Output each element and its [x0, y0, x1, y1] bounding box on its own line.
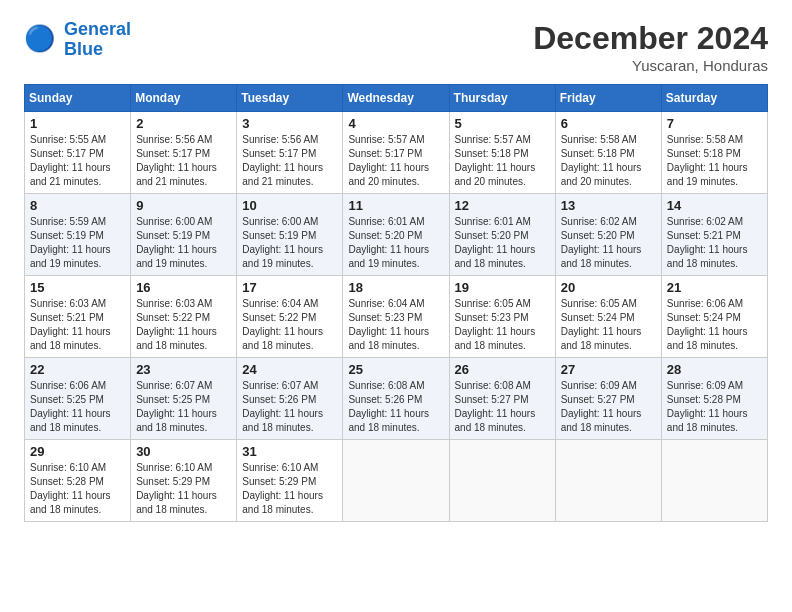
day-info: Sunrise: 6:10 AM Sunset: 5:29 PM Dayligh… — [242, 461, 337, 517]
calendar-cell: 26Sunrise: 6:08 AM Sunset: 5:27 PM Dayli… — [449, 358, 555, 440]
day-info: Sunrise: 6:00 AM Sunset: 5:19 PM Dayligh… — [242, 215, 337, 271]
calendar-cell: 7Sunrise: 5:58 AM Sunset: 5:18 PM Daylig… — [661, 112, 767, 194]
day-info: Sunrise: 6:04 AM Sunset: 5:22 PM Dayligh… — [242, 297, 337, 353]
day-info: Sunrise: 5:57 AM Sunset: 5:17 PM Dayligh… — [348, 133, 443, 189]
day-info: Sunrise: 6:10 AM Sunset: 5:28 PM Dayligh… — [30, 461, 125, 517]
day-info: Sunrise: 6:01 AM Sunset: 5:20 PM Dayligh… — [455, 215, 550, 271]
day-number: 30 — [136, 444, 231, 459]
day-info: Sunrise: 6:05 AM Sunset: 5:24 PM Dayligh… — [561, 297, 656, 353]
calendar-cell: 4Sunrise: 5:57 AM Sunset: 5:17 PM Daylig… — [343, 112, 449, 194]
day-number: 14 — [667, 198, 762, 213]
day-number: 8 — [30, 198, 125, 213]
day-info: Sunrise: 6:02 AM Sunset: 5:21 PM Dayligh… — [667, 215, 762, 271]
day-info: Sunrise: 6:06 AM Sunset: 5:25 PM Dayligh… — [30, 379, 125, 435]
calendar-week-row: 1Sunrise: 5:55 AM Sunset: 5:17 PM Daylig… — [25, 112, 768, 194]
day-info: Sunrise: 6:00 AM Sunset: 5:19 PM Dayligh… — [136, 215, 231, 271]
day-number: 6 — [561, 116, 656, 131]
day-number: 21 — [667, 280, 762, 295]
calendar-cell: 15Sunrise: 6:03 AM Sunset: 5:21 PM Dayli… — [25, 276, 131, 358]
calendar-cell: 18Sunrise: 6:04 AM Sunset: 5:23 PM Dayli… — [343, 276, 449, 358]
calendar-cell: 10Sunrise: 6:00 AM Sunset: 5:19 PM Dayli… — [237, 194, 343, 276]
day-info: Sunrise: 6:02 AM Sunset: 5:20 PM Dayligh… — [561, 215, 656, 271]
day-info: Sunrise: 5:58 AM Sunset: 5:18 PM Dayligh… — [561, 133, 656, 189]
day-info: Sunrise: 5:56 AM Sunset: 5:17 PM Dayligh… — [136, 133, 231, 189]
day-info: Sunrise: 6:10 AM Sunset: 5:29 PM Dayligh… — [136, 461, 231, 517]
day-info: Sunrise: 6:07 AM Sunset: 5:26 PM Dayligh… — [242, 379, 337, 435]
calendar-cell: 13Sunrise: 6:02 AM Sunset: 5:20 PM Dayli… — [555, 194, 661, 276]
logo: 🔵 GeneralBlue — [24, 20, 131, 60]
day-info: Sunrise: 5:55 AM Sunset: 5:17 PM Dayligh… — [30, 133, 125, 189]
day-number: 24 — [242, 362, 337, 377]
calendar-cell: 31Sunrise: 6:10 AM Sunset: 5:29 PM Dayli… — [237, 440, 343, 522]
calendar-cell: 24Sunrise: 6:07 AM Sunset: 5:26 PM Dayli… — [237, 358, 343, 440]
calendar-cell: 1Sunrise: 5:55 AM Sunset: 5:17 PM Daylig… — [25, 112, 131, 194]
calendar-cell: 11Sunrise: 6:01 AM Sunset: 5:20 PM Dayli… — [343, 194, 449, 276]
day-info: Sunrise: 6:06 AM Sunset: 5:24 PM Dayligh… — [667, 297, 762, 353]
calendar-cell: 23Sunrise: 6:07 AM Sunset: 5:25 PM Dayli… — [131, 358, 237, 440]
day-number: 20 — [561, 280, 656, 295]
calendar-cell: 20Sunrise: 6:05 AM Sunset: 5:24 PM Dayli… — [555, 276, 661, 358]
day-number: 2 — [136, 116, 231, 131]
calendar-cell: 8Sunrise: 5:59 AM Sunset: 5:19 PM Daylig… — [25, 194, 131, 276]
calendar-header-row: SundayMondayTuesdayWednesdayThursdayFrid… — [25, 85, 768, 112]
svg-text:🔵: 🔵 — [24, 23, 56, 54]
day-of-week-header: Saturday — [661, 85, 767, 112]
logo-text: GeneralBlue — [64, 20, 131, 60]
day-of-week-header: Tuesday — [237, 85, 343, 112]
calendar-cell: 27Sunrise: 6:09 AM Sunset: 5:27 PM Dayli… — [555, 358, 661, 440]
day-number: 5 — [455, 116, 550, 131]
day-info: Sunrise: 5:57 AM Sunset: 5:18 PM Dayligh… — [455, 133, 550, 189]
day-number: 18 — [348, 280, 443, 295]
calendar-cell: 6Sunrise: 5:58 AM Sunset: 5:18 PM Daylig… — [555, 112, 661, 194]
page-header: 🔵 GeneralBlue December 2024 Yuscaran, Ho… — [24, 20, 768, 74]
calendar-week-row: 15Sunrise: 6:03 AM Sunset: 5:21 PM Dayli… — [25, 276, 768, 358]
day-number: 11 — [348, 198, 443, 213]
day-number: 15 — [30, 280, 125, 295]
calendar-cell: 12Sunrise: 6:01 AM Sunset: 5:20 PM Dayli… — [449, 194, 555, 276]
day-of-week-header: Wednesday — [343, 85, 449, 112]
day-info: Sunrise: 6:08 AM Sunset: 5:27 PM Dayligh… — [455, 379, 550, 435]
day-info: Sunrise: 6:04 AM Sunset: 5:23 PM Dayligh… — [348, 297, 443, 353]
calendar-cell: 17Sunrise: 6:04 AM Sunset: 5:22 PM Dayli… — [237, 276, 343, 358]
day-info: Sunrise: 6:07 AM Sunset: 5:25 PM Dayligh… — [136, 379, 231, 435]
calendar-cell: 28Sunrise: 6:09 AM Sunset: 5:28 PM Dayli… — [661, 358, 767, 440]
day-of-week-header: Thursday — [449, 85, 555, 112]
day-of-week-header: Friday — [555, 85, 661, 112]
calendar-cell: 21Sunrise: 6:06 AM Sunset: 5:24 PM Dayli… — [661, 276, 767, 358]
logo-icon: 🔵 — [24, 22, 60, 58]
calendar-cell: 3Sunrise: 5:56 AM Sunset: 5:17 PM Daylig… — [237, 112, 343, 194]
calendar-cell: 29Sunrise: 6:10 AM Sunset: 5:28 PM Dayli… — [25, 440, 131, 522]
calendar-cell: 30Sunrise: 6:10 AM Sunset: 5:29 PM Dayli… — [131, 440, 237, 522]
day-number: 7 — [667, 116, 762, 131]
calendar-cell — [449, 440, 555, 522]
day-number: 1 — [30, 116, 125, 131]
month-title: December 2024 — [533, 20, 768, 57]
calendar-cell — [661, 440, 767, 522]
day-of-week-header: Sunday — [25, 85, 131, 112]
day-info: Sunrise: 5:56 AM Sunset: 5:17 PM Dayligh… — [242, 133, 337, 189]
day-number: 28 — [667, 362, 762, 377]
day-number: 10 — [242, 198, 337, 213]
day-number: 26 — [455, 362, 550, 377]
day-number: 16 — [136, 280, 231, 295]
day-info: Sunrise: 6:08 AM Sunset: 5:26 PM Dayligh… — [348, 379, 443, 435]
calendar-cell — [343, 440, 449, 522]
day-number: 9 — [136, 198, 231, 213]
day-number: 29 — [30, 444, 125, 459]
calendar-cell: 22Sunrise: 6:06 AM Sunset: 5:25 PM Dayli… — [25, 358, 131, 440]
calendar-cell: 19Sunrise: 6:05 AM Sunset: 5:23 PM Dayli… — [449, 276, 555, 358]
day-number: 3 — [242, 116, 337, 131]
day-info: Sunrise: 6:03 AM Sunset: 5:22 PM Dayligh… — [136, 297, 231, 353]
day-info: Sunrise: 6:03 AM Sunset: 5:21 PM Dayligh… — [30, 297, 125, 353]
location-subtitle: Yuscaran, Honduras — [533, 57, 768, 74]
calendar-cell: 25Sunrise: 6:08 AM Sunset: 5:26 PM Dayli… — [343, 358, 449, 440]
day-number: 19 — [455, 280, 550, 295]
calendar-cell: 5Sunrise: 5:57 AM Sunset: 5:18 PM Daylig… — [449, 112, 555, 194]
day-number: 27 — [561, 362, 656, 377]
title-block: December 2024 Yuscaran, Honduras — [533, 20, 768, 74]
day-number: 17 — [242, 280, 337, 295]
day-of-week-header: Monday — [131, 85, 237, 112]
calendar-week-row: 22Sunrise: 6:06 AM Sunset: 5:25 PM Dayli… — [25, 358, 768, 440]
calendar-cell: 14Sunrise: 6:02 AM Sunset: 5:21 PM Dayli… — [661, 194, 767, 276]
calendar-cell — [555, 440, 661, 522]
